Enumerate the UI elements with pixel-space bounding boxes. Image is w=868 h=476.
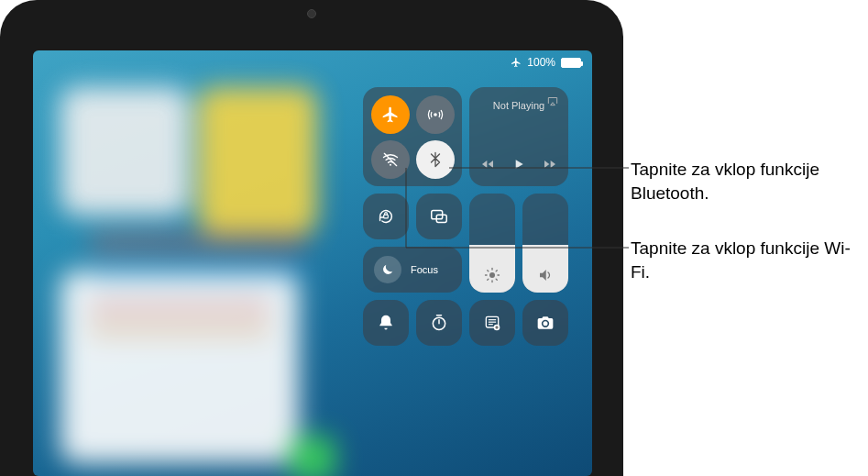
airplane-mode-button[interactable] [371, 95, 410, 134]
airdrop-button[interactable] [416, 95, 455, 134]
ipad-frame: 100% [0, 0, 623, 476]
svg-line-12 [496, 279, 497, 280]
svg-point-6 [489, 272, 495, 278]
callout-bluetooth: Tapnite za vklop funkcije Bluetooth. [631, 158, 860, 205]
volume-slider[interactable] [522, 194, 568, 293]
bluetooth-button[interactable] [416, 140, 455, 179]
bell-icon [377, 314, 395, 332]
battery-percent: 100% [527, 56, 555, 69]
focus-button[interactable]: Focus [363, 247, 462, 293]
airplane-icon [381, 105, 400, 124]
svg-rect-3 [384, 215, 389, 218]
callouts: Tapnite za vklop funkcije Bluetooth. Tap… [631, 0, 860, 476]
media-title: Not Playing [493, 100, 544, 111]
media-controls [480, 157, 557, 172]
volume-icon [537, 267, 554, 283]
svg-point-0 [434, 113, 437, 116]
wifi-button[interactable] [371, 140, 410, 179]
camera-icon [536, 314, 555, 332]
callout-wifi: Tapnite za vklop funkcije Wi-Fi. [631, 237, 860, 283]
bluetooth-icon [427, 151, 444, 168]
brightness-icon [484, 267, 500, 283]
camera-button[interactable] [522, 300, 568, 346]
note-add-icon [483, 314, 501, 332]
rotation-lock-icon [376, 206, 396, 227]
ipad-screen: 100% [33, 50, 592, 476]
svg-line-14 [496, 271, 497, 271]
status-bar: 100% [511, 56, 581, 69]
timer-icon [430, 314, 448, 332]
rewind-button[interactable] [480, 157, 495, 172]
connectivity-module[interactable] [363, 87, 462, 186]
control-center: Not Playing [363, 87, 574, 346]
media-module[interactable]: Not Playing [469, 87, 568, 186]
quick-note-button[interactable] [469, 300, 515, 346]
svg-point-1 [390, 163, 391, 165]
airplay-icon[interactable] [546, 94, 559, 107]
silent-mode-button[interactable] [363, 300, 409, 346]
wifi-off-icon [381, 150, 400, 169]
screen-mirroring-icon [429, 206, 449, 227]
brightness-slider[interactable] [469, 194, 515, 293]
airdrop-icon [426, 105, 445, 124]
svg-line-13 [488, 279, 489, 280]
airplane-mode-status-icon [511, 57, 522, 68]
screen-mirroring-button[interactable] [416, 194, 462, 239]
rotation-lock-button[interactable] [363, 194, 409, 239]
front-camera [307, 9, 316, 18]
svg-line-11 [488, 271, 489, 271]
focus-label: Focus [411, 264, 438, 275]
forward-button[interactable] [543, 157, 557, 172]
moon-icon [374, 256, 401, 283]
battery-icon [561, 58, 581, 68]
play-button[interactable] [511, 157, 526, 172]
timer-button[interactable] [416, 300, 462, 346]
